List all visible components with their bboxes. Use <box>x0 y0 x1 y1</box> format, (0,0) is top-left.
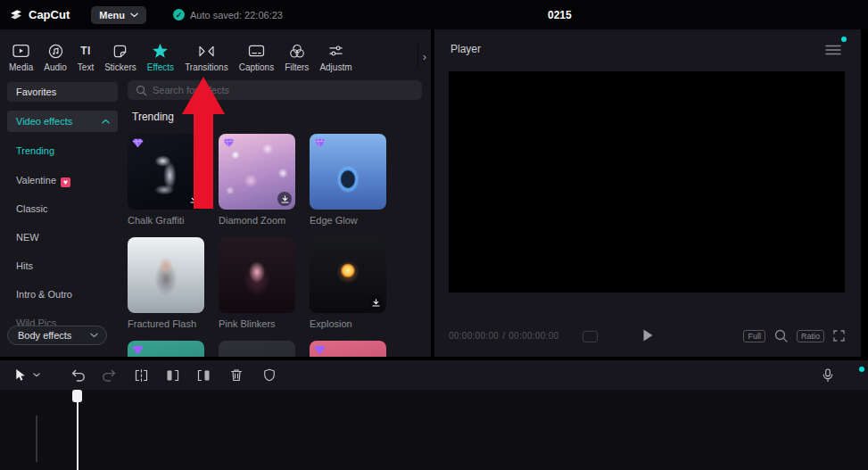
project-title: 0215 <box>548 0 572 29</box>
record-voiceover-button[interactable] <box>819 360 837 390</box>
undo-icon <box>71 369 86 382</box>
chevron-down-icon <box>90 333 98 338</box>
search-icon <box>136 85 147 96</box>
favorites-label: Favorites <box>16 87 56 97</box>
section-title-trending: Trending <box>132 111 174 123</box>
select-tool-button[interactable] <box>11 360 29 390</box>
mask-button[interactable] <box>260 360 278 390</box>
notification-dot <box>841 37 847 42</box>
effect-card[interactable] <box>310 341 386 357</box>
magnifier-icon <box>774 329 788 342</box>
effect-card[interactable]: Pink Blinkers <box>219 237 295 329</box>
full-button[interactable]: Full <box>743 330 765 342</box>
menu-button-label: Menu <box>99 10 125 21</box>
player-menu-button[interactable] <box>825 45 841 55</box>
sidebar-item-favorites[interactable]: Favorites <box>7 82 118 102</box>
playhead-handle[interactable] <box>72 390 82 402</box>
tab-label: Media <box>9 62 33 72</box>
tab-media[interactable]: Media <box>9 43 33 72</box>
undo-button[interactable] <box>70 360 87 390</box>
capcut-logo-text: CapCut <box>29 8 70 21</box>
transitions-icon <box>198 43 215 60</box>
vip-diamond-icon <box>314 138 326 148</box>
play-button[interactable] <box>641 327 655 343</box>
delete-right-button[interactable] <box>194 360 212 390</box>
delete-left-icon <box>166 369 179 382</box>
tab-adjustment[interactable]: Adjustm <box>319 43 351 72</box>
effect-name: Fractured Flash <box>128 318 204 329</box>
capcut-logo-icon <box>9 8 23 22</box>
tab-effects[interactable]: Effects <box>147 43 174 72</box>
notification-dot <box>859 367 864 372</box>
ratio-button[interactable]: Ratio <box>797 330 824 342</box>
filters-icon <box>289 43 305 60</box>
effect-card[interactable] <box>219 341 295 357</box>
tab-text[interactable]: TI Text <box>78 43 94 72</box>
delete-button[interactable] <box>227 360 245 390</box>
expand-tabs-button[interactable]: › <box>417 44 431 69</box>
play-icon <box>643 329 653 342</box>
sidebar-group-video-effects[interactable]: Video effects <box>7 111 118 132</box>
download-icon[interactable] <box>186 192 201 206</box>
search-input[interactable] <box>153 85 414 95</box>
effect-thumbnail <box>219 341 295 357</box>
tab-filters[interactable]: Filters <box>285 43 309 72</box>
playhead-line <box>77 400 79 470</box>
tab-label: Adjustm <box>319 62 351 72</box>
redo-button[interactable] <box>100 360 118 390</box>
fullscreen-button[interactable] <box>833 330 845 342</box>
timecode-current: 00:00:00:00 <box>449 331 499 341</box>
timeline[interactable] <box>0 390 868 470</box>
effect-thumbnail <box>128 237 204 313</box>
menu-button[interactable]: Menu <box>91 6 146 24</box>
effect-card[interactable]: Fractured Flash <box>128 237 204 329</box>
expand-icon <box>833 330 845 342</box>
capcut-logo: CapCut <box>9 8 70 22</box>
effect-name: Edge Glow <box>310 215 386 226</box>
media-icon <box>12 43 29 60</box>
body-effects-dropdown[interactable]: Body effects <box>7 326 107 345</box>
effect-thumbnail <box>128 341 204 357</box>
sidebar-item-trending[interactable]: Trending <box>16 145 54 156</box>
timecode-total: 00:00:00:00 <box>508 331 558 341</box>
download-icon[interactable] <box>368 295 383 309</box>
timeline-toolbar <box>0 360 868 390</box>
effect-card[interactable] <box>128 341 204 357</box>
effects-star-icon <box>152 43 169 60</box>
autosave-text: Auto saved: 22:06:23 <box>190 10 283 21</box>
effect-card[interactable]: Diamond Zoom <box>219 134 295 226</box>
select-tool-dropdown[interactable] <box>30 360 43 390</box>
sidebar-item-valentine[interactable]: Valentine♥ <box>16 175 70 187</box>
captions-icon <box>248 43 265 60</box>
media-library-panel: Media Audio TI Text Stickers <box>0 29 431 357</box>
tab-captions[interactable]: Captions <box>239 43 274 72</box>
text-icon: TI <box>80 43 91 60</box>
sidebar-item-classic[interactable]: Classic <box>16 203 47 214</box>
effect-name: Pink Blinkers <box>219 318 295 329</box>
tab-transitions[interactable]: Transitions <box>185 43 228 72</box>
vip-diamond-icon <box>314 345 326 355</box>
zoom-fit-button[interactable] <box>774 329 788 342</box>
effect-card[interactable]: Edge Glow <box>310 134 386 226</box>
sidebar-item-hits[interactable]: Hits <box>16 260 33 271</box>
tab-stickers[interactable]: Stickers <box>104 43 136 72</box>
vip-diamond-icon <box>132 138 144 148</box>
hamburger-icon <box>825 45 841 55</box>
timecode-options-icon[interactable] <box>583 331 598 342</box>
playhead[interactable] <box>72 390 83 470</box>
delete-left-button[interactable] <box>163 360 181 390</box>
sidebar-item-new[interactable]: NEW <box>16 232 39 243</box>
tab-label: Audio <box>44 62 67 72</box>
effect-name: Chalk Graffiti <box>128 215 204 226</box>
vip-diamond-icon <box>223 138 235 148</box>
tab-audio[interactable]: Audio <box>44 43 67 72</box>
download-icon[interactable] <box>277 192 292 206</box>
effect-card[interactable]: Explosion <box>310 237 386 329</box>
library-tabs: Media Audio TI Text Stickers <box>0 37 417 78</box>
split-button[interactable] <box>132 360 150 390</box>
shield-icon <box>263 368 276 382</box>
sidebar-item-intro-outro[interactable]: Intro & Outro <box>16 289 72 300</box>
tab-label: Captions <box>239 62 274 72</box>
effect-card[interactable]: Chalk Graffiti <box>128 134 204 226</box>
effect-name: Explosion <box>310 318 386 329</box>
